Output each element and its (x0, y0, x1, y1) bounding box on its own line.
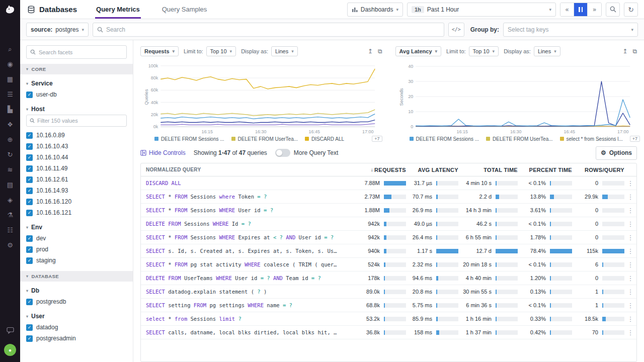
metric-select[interactable]: Avg Latency▾ (395, 46, 442, 56)
column-header-total[interactable]: TOTAL TIME (458, 167, 518, 173)
checkbox-checked[interactable]: ✓ (26, 132, 33, 139)
table-row[interactable]: SELECT s. Id, s. Created_at, s. Expires_… (141, 244, 636, 258)
notebooks-icon[interactable]: ☷ (0, 223, 20, 237)
tab-query-metrics[interactable]: Query Metrics (95, 0, 141, 19)
facet-group-database[interactable]: ▾DATABASE (20, 271, 133, 282)
facet-value-row[interactable]: ✓dev (26, 233, 127, 244)
checkbox-checked[interactable]: ✓ (26, 154, 33, 161)
facet-host[interactable]: ▾Host (26, 106, 127, 113)
checkbox-checked[interactable]: ✓ (26, 92, 33, 98)
table-row[interactable]: DELETE FROM Sessions WHERE Id = ?942k49.… (141, 217, 636, 231)
search-icon[interactable]: ⌕ (0, 42, 20, 56)
source-select[interactable]: source: postgres ▾ (26, 23, 89, 37)
row-actions-kebab[interactable]: ⋮ (624, 247, 636, 255)
facet-search-input[interactable] (39, 49, 123, 55)
org-avatar[interactable]: ● (4, 344, 16, 356)
facet-value-row[interactable]: ✓postgresadmin (26, 333, 127, 344)
table-row[interactable]: SELECT setting FROM pg_settings WHERE na… (141, 299, 636, 312)
checkbox-checked[interactable]: ✓ (26, 188, 33, 194)
more-query-text-toggle[interactable]: More Query Text (275, 149, 338, 157)
security-icon[interactable]: ◈ (0, 193, 20, 207)
options-button[interactable]: ⚙ Options (596, 146, 637, 160)
zoom-button[interactable] (606, 3, 620, 17)
checkbox-checked[interactable]: ✓ (26, 299, 33, 305)
checkbox-checked[interactable]: ✓ (26, 324, 33, 331)
skip-back-button[interactable]: « (560, 3, 574, 16)
synthetics-icon[interactable]: ⚗ (0, 208, 20, 222)
tab-query-samples[interactable]: Query Samples (161, 0, 208, 19)
facet-group-core[interactable]: ▾CORE (20, 64, 133, 74)
row-actions-kebab[interactable]: ⋮ (624, 207, 636, 214)
row-actions-kebab[interactable]: ⋮ (624, 179, 636, 187)
column-header-latency[interactable]: AVG LATENCY (406, 167, 458, 173)
facet-value-row[interactable]: ✓user-db (26, 89, 127, 100)
checkbox-checked[interactable]: ✓ (26, 335, 33, 342)
checkbox-checked[interactable]: ✓ (26, 165, 33, 172)
code-view-button[interactable]: </> (448, 23, 464, 37)
legend-item[interactable]: DISCARD ALL (305, 136, 344, 142)
facet-value-row[interactable]: ✓postgresdb (26, 296, 127, 307)
checkbox-checked[interactable]: ✓ (26, 143, 33, 150)
settings-icon[interactable]: ⚙ (0, 238, 20, 252)
metrics-icon[interactable]: ▙ (0, 103, 20, 116)
row-actions-kebab[interactable]: ⋮ (624, 193, 636, 201)
facet-env[interactable]: ▾Env (26, 224, 127, 231)
refresh-button[interactable]: ↻ (624, 3, 638, 17)
limit-select[interactable]: Top 10▾ (469, 46, 499, 56)
checkbox-checked[interactable]: ✓ (26, 199, 33, 205)
facet-value-row[interactable]: ✓10.16.10.43 (26, 141, 127, 152)
events-icon[interactable]: ☰ (0, 87, 20, 101)
table-row[interactable]: DISCARD ALL7.88M31.7 µs4 min 10 s< 0.1%0… (141, 176, 636, 190)
column-header-rowsq[interactable]: ROWS/QUERY (572, 167, 624, 173)
fullscreen-icon[interactable]: ⧉ (378, 48, 382, 55)
toggle-track[interactable] (275, 149, 290, 157)
legend-item[interactable]: DELETE FROM Sessions ... (410, 136, 479, 142)
row-actions-kebab[interactable]: ⋮ (624, 220, 636, 228)
table-row[interactable]: SELECT datadog.explain_statement ( ? )89… (141, 285, 636, 299)
column-header-percent[interactable]: PERCENT TIME (518, 167, 572, 173)
export-icon[interactable]: ↥ (622, 48, 627, 55)
facet-filter-input[interactable] (37, 118, 123, 124)
dashboards-dropdown[interactable]: Dashboards ▾ (347, 3, 403, 17)
database-monitoring-icon[interactable]: ≋ (0, 163, 20, 176)
row-actions-kebab[interactable]: ⋮ (624, 329, 636, 336)
legend-more-badge[interactable]: +7 (372, 136, 382, 142)
export-icon[interactable]: ↥ (368, 48, 373, 55)
row-actions-kebab[interactable]: ⋮ (624, 261, 636, 268)
integrations-icon[interactable]: ❖ (0, 118, 20, 131)
legend-more-badge[interactable]: +7 (630, 136, 640, 142)
column-header-query[interactable]: NORMALIZED QUERY (141, 167, 352, 172)
checkbox-checked[interactable]: ✓ (26, 235, 33, 242)
facet-value-row[interactable]: ✓10.16.16.120 (26, 196, 127, 207)
row-actions-kebab[interactable]: ⋮ (624, 288, 636, 296)
group-by-select[interactable]: Select tag keys ▾ (503, 23, 638, 37)
facet-value-row[interactable]: ✓10.16.10.44 (26, 152, 127, 163)
table-row[interactable]: select * from Sessions limit ?53.2k85.9 … (141, 312, 636, 326)
facet-value-row[interactable]: ✓prod (26, 244, 127, 255)
facet-value-row[interactable]: ✓10.16.14.93 (26, 185, 127, 196)
table-row[interactable]: DELETE FROM UserTeams WHERE User_id = ? … (141, 272, 636, 285)
facet-db[interactable]: ▾Db (26, 287, 127, 294)
display-select[interactable]: Lines▾ (271, 46, 298, 56)
facet-user[interactable]: ▾User (26, 313, 127, 320)
checkbox-checked[interactable]: ✓ (26, 176, 33, 183)
row-actions-kebab[interactable]: ⋮ (624, 302, 636, 309)
watchdog-icon[interactable]: ◉ (0, 57, 20, 71)
table-row[interactable]: SELECT * FROM Sessions WHERE Expires_at … (141, 231, 636, 244)
logs-icon[interactable]: ▤ (0, 178, 20, 192)
facet-value-row[interactable]: ✓10.16.11.49 (26, 163, 127, 174)
chart-plot[interactable]: 01020304016:1516:3016:4517:00Seconds (395, 59, 637, 135)
checkbox-checked[interactable]: ✓ (26, 257, 33, 264)
checkbox-checked[interactable]: ✓ (26, 246, 33, 253)
table-row[interactable]: SELECT * FROM pg_stat_activity WHERE coa… (141, 258, 636, 272)
ci-icon[interactable]: ↻ (0, 148, 20, 161)
limit-select[interactable]: Top 10▾ (206, 46, 236, 56)
facet-value-row[interactable]: ✓10.16.16.121 (26, 207, 127, 218)
table-row[interactable]: SELECT calls, datname, local_blks_dirtie… (141, 326, 636, 339)
row-actions-kebab[interactable]: ⋮ (624, 315, 636, 323)
legend-item[interactable]: select * from Sessions l... (560, 136, 623, 142)
datadog-logo[interactable] (0, 0, 20, 20)
facet-service[interactable]: ▾Service (26, 80, 127, 87)
time-range-picker[interactable]: 1h Past 1 Hour ▾ (407, 3, 556, 17)
chart-plot[interactable]: 0k20k40k60k80k100k16:1516:3016:4517:00Qu… (140, 59, 382, 135)
